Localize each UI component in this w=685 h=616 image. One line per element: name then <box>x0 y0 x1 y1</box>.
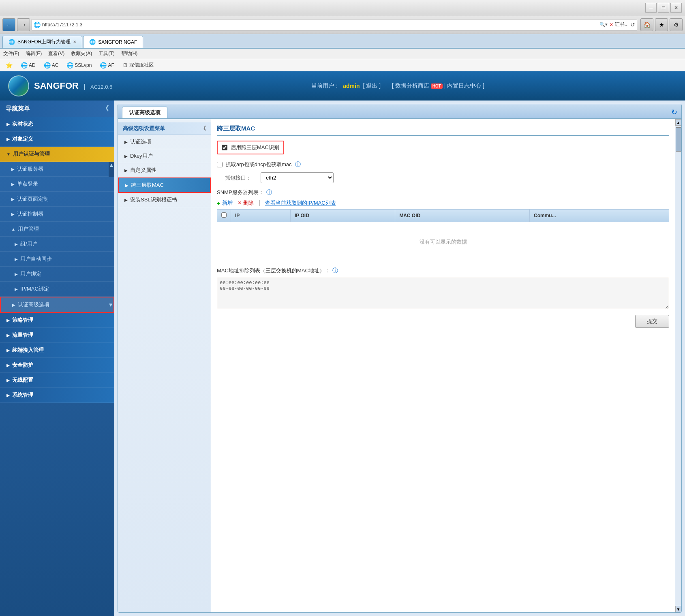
nav-arrow-custom: ▶ <box>124 168 128 173</box>
sidebar-item-auth-advanced[interactable]: ▶ 认证高级选项 ▼ <box>0 297 114 313</box>
user-name: admin <box>343 83 360 89</box>
label-sso: 单点登录 <box>17 180 38 188</box>
home-button[interactable]: 🏠 <box>640 18 653 31</box>
tab-label-ngaf: SANGFOR NGAF <box>98 39 137 45</box>
sidebar-item-auth-page[interactable]: ▶ 认证页面定制 <box>0 192 114 207</box>
arrow-auth-server: ▶ <box>11 167 15 171</box>
arrow-user-mgmt: ▲ <box>11 227 15 231</box>
nav-item-ssl-cert[interactable]: ▶ 安装SSL识别根证书 <box>118 193 211 207</box>
tab-close-ac[interactable]: ✕ <box>73 40 76 44</box>
sidebar-item-security[interactable]: ▶ 安全防护 <box>0 358 114 373</box>
data-shop-label: [ 数据分析商店 HOT | 内置日志中心 ] <box>392 82 484 90</box>
sidebar-item-system[interactable]: ▶ 系统管理 <box>0 388 114 403</box>
close-button[interactable]: ✕ <box>670 3 682 13</box>
forward-button[interactable]: → <box>17 18 30 31</box>
submit-button[interactable]: 提交 <box>635 315 669 328</box>
sidebar-scroll-up[interactable]: ▲ <box>109 162 114 168</box>
app-name: SANGFOR <box>34 81 79 91</box>
arrow-endpoint: ▶ <box>6 348 10 353</box>
tab-sangfor-ngaf[interactable]: 🌐 SANGFOR NGAF <box>83 36 143 48</box>
tab-sangfor-ac[interactable]: 🌐 SANGFOR上网行为管理 ✕ <box>2 36 82 48</box>
nav-item-dkey[interactable]: ▶ Dkey用户 <box>118 149 211 163</box>
community-icon: 🖥 <box>122 62 128 68</box>
scroll-down-arrow[interactable]: ▼ <box>675 606 682 612</box>
snmp-info-icon[interactable]: ⓘ <box>266 189 272 196</box>
sidebar-item-user-mgmt[interactable]: ▲ 用户管理 <box>0 222 114 237</box>
interface-select[interactable]: eth2 <box>261 172 334 183</box>
app-version: AC12.0.6 <box>90 84 112 90</box>
bookmark-af[interactable]: 🌐 AF <box>97 61 116 69</box>
back-button[interactable]: ← <box>2 18 15 31</box>
right-scrollbar: ▲ ▼ <box>675 119 681 612</box>
label-auth-page: 认证页面定制 <box>17 195 49 203</box>
sidebar-item-traffic[interactable]: ▶ 流量管理 <box>0 328 114 343</box>
bookmark-sslvpn[interactable]: 🌐 SSLvpn <box>64 61 94 69</box>
scroll-thumb[interactable] <box>676 127 681 152</box>
add-icon: + <box>217 200 220 207</box>
middle-nav-collapse[interactable]: 《 <box>201 125 206 132</box>
label-user-bind: 用户绑定 <box>20 270 41 278</box>
label-ip-mac: IP/MAC绑定 <box>20 285 49 293</box>
nav-item-cross-layer-mac[interactable]: ▶ 跨三层取MAC <box>118 178 211 193</box>
sidebar-item-realtime[interactable]: ▶ 实时状态 <box>0 117 114 132</box>
nav-item-auth-options[interactable]: ▶ 认证选项 <box>118 135 211 149</box>
sidebar-item-sso[interactable]: ▶ 单点登录 <box>0 177 114 192</box>
bookmark-ac[interactable]: 🌐 AC <box>41 61 61 69</box>
sidebar-item-policy[interactable]: ▶ 策略管理 <box>0 313 114 328</box>
favorites-button[interactable]: ★ <box>655 18 668 31</box>
add-button[interactable]: + 新增 <box>217 199 233 207</box>
scroll-up-arrow[interactable]: ▲ <box>675 119 682 126</box>
delete-button[interactable]: ✕ 删除 <box>238 199 254 207</box>
sidebar-item-ip-mac-bind[interactable]: ▶ IP/MAC绑定 <box>0 282 114 297</box>
panel-refresh-icon[interactable]: ↻ <box>671 108 677 118</box>
mac-info-icon[interactable]: ⓘ <box>332 267 338 274</box>
tab-label-ac: SANGFOR上网行为管理 <box>17 38 71 45</box>
bookmarks-bar: ⭐ 🌐 AD 🌐 AC 🌐 SSLvpn 🌐 AF 🖥 深信服社区 <box>0 59 685 71</box>
bookmark-star-icon[interactable]: ⭐ <box>3 61 15 69</box>
label-policy: 策略管理 <box>12 317 33 324</box>
mac-exclude-textarea[interactable]: ee:ee:ee:ee:ee:ee ee-ee-ee-ee-ee-ee <box>217 277 669 309</box>
middle-nav-title: 高级选项设置菜单 <box>123 125 165 132</box>
sidebar-item-user-bind[interactable]: ▶ 用户绑定 <box>0 267 114 282</box>
label-objects: 对象定义 <box>12 135 33 143</box>
sidebar-item-endpoint[interactable]: ▶ 终端接入管理 <box>0 343 114 358</box>
menu-file[interactable]: 文件(F) <box>3 50 19 57</box>
arrow-auth-adv: ▶ <box>12 303 15 307</box>
menu-view[interactable]: 查看(V) <box>48 50 64 57</box>
sidebar-item-auth-server[interactable]: ▶ 认证服务器 <box>0 162 114 177</box>
address-bar[interactable]: 🌐 https://172.172.1.3 🔍▾ ✕ 证书... ↺ <box>32 19 637 30</box>
panel-tab-label: 认证高级选项 <box>129 109 161 116</box>
settings-button[interactable]: ⚙ <box>670 18 683 31</box>
bookmark-sangfor-community[interactable]: 🖥 深信服社区 <box>120 61 156 69</box>
maximize-button[interactable]: □ <box>658 3 669 13</box>
select-all-checkbox[interactable] <box>221 212 227 218</box>
content-area: 认证高级选项 ↻ 高级选项设置菜单 《 ▶ 认证选项 <box>114 101 685 616</box>
view-ip-mac-button[interactable]: 查看当前获取到的IP/MAC列表 <box>265 199 336 207</box>
capture-info-icon[interactable]: ⓘ <box>295 161 301 168</box>
sidebar-item-auth-controller[interactable]: ▶ 认证控制器 <box>0 207 114 222</box>
logout-label[interactable]: [ 退出 ] <box>363 82 381 90</box>
app-separator: | <box>83 83 85 90</box>
nav-item-custom-attr[interactable]: ▶ 自定义属性 <box>118 163 211 178</box>
sidebar-item-auth-mgmt[interactable]: ▼ 用户认证与管理 <box>0 147 114 162</box>
reload-icon[interactable]: ↺ <box>630 21 635 28</box>
mac-exclude-label: MAC地址排除列表（三层交换机的MAC地址）： <box>217 267 330 274</box>
ad-icon: 🌐 <box>21 62 28 68</box>
enable-mac-checkbox[interactable] <box>222 145 227 150</box>
sidebar-item-group-user[interactable]: ▶ 组/用户 <box>0 237 114 252</box>
menu-favorites[interactable]: 收藏夹(A) <box>71 50 92 57</box>
label-wireless: 无线配置 <box>12 376 33 384</box>
sidebar-item-auto-sync[interactable]: ▶ 用户自动同步 <box>0 252 114 267</box>
menu-help[interactable]: 帮助(H) <box>121 50 138 57</box>
sidebar-scroll-down[interactable]: ▼ <box>108 302 113 308</box>
menu-edit[interactable]: 编辑(E) <box>26 50 42 57</box>
no-data-text: 没有可以显示的数据 <box>217 222 669 262</box>
capture-checkbox[interactable] <box>217 162 223 167</box>
sidebar-item-wireless[interactable]: ▶ 无线配置 <box>0 373 114 388</box>
menu-tools[interactable]: 工具(T) <box>98 50 114 57</box>
sidebar-collapse-icon[interactable]: 《 <box>102 105 109 113</box>
bookmark-ad[interactable]: 🌐 AD <box>18 61 38 69</box>
minimize-button[interactable]: ─ <box>645 3 657 13</box>
sidebar-item-objects[interactable]: ▶ 对象定义 <box>0 132 114 147</box>
panel-tab-auth-advanced[interactable]: 认证高级选项 <box>122 107 167 118</box>
